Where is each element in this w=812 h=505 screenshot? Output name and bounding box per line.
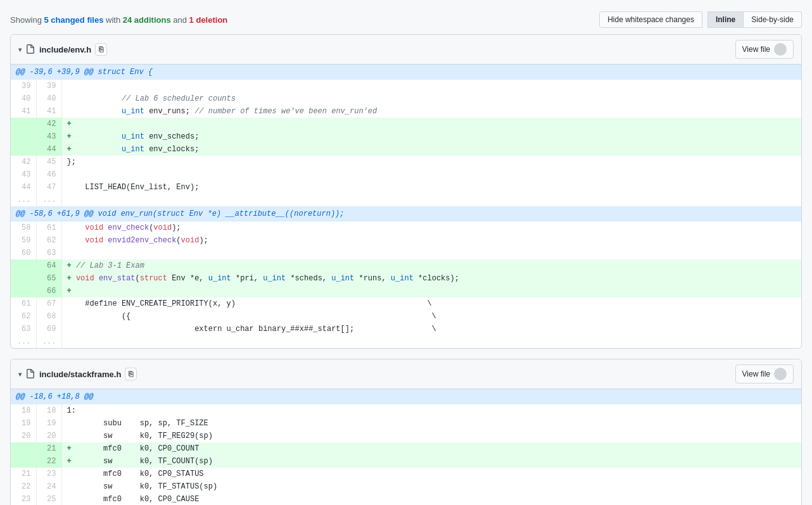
table-row: 42 + bbox=[11, 118, 801, 130]
copy-icon-stackframe-h[interactable]: ⎘ bbox=[125, 368, 137, 380]
additions-count: 24 additions bbox=[123, 15, 171, 25]
view-file-button-env-h[interactable]: View file bbox=[735, 40, 794, 59]
file-name-stackframe-h: include/stackframe.h bbox=[39, 370, 121, 379]
avatar-env-h bbox=[774, 43, 787, 56]
table-row: 65 + void env_stat(struct Env *e, u_int … bbox=[11, 272, 801, 285]
hunk-text-2: @@ -58,6 +61,9 @@ void env_run(struct En… bbox=[11, 206, 801, 221]
and-label: and bbox=[173, 15, 187, 25]
view-controls: Hide whitespace changes Inline Side-by-s… bbox=[599, 11, 802, 28]
hide-whitespace-button[interactable]: Hide whitespace changes bbox=[599, 11, 702, 28]
table-row: 61 67 #define ENV_CREATE_PRIORITY(x, y) … bbox=[11, 297, 801, 310]
table-row: 60 63 bbox=[11, 247, 801, 259]
table-row: 42 45 }; bbox=[11, 156, 801, 168]
table-row: 44 + u_int env_clocks; bbox=[11, 143, 801, 156]
showing-label: Showing bbox=[10, 15, 42, 25]
file-header-left-2: ▾ include/stackframe.h ⎘ bbox=[18, 368, 137, 380]
table-row: 64 + // Lab 3-1 Exam bbox=[11, 259, 801, 272]
table-row-dots: ... ... bbox=[11, 335, 801, 348]
view-file-button-stackframe-h[interactable]: View file bbox=[735, 365, 794, 383]
deletions-count: 1 deletion bbox=[189, 15, 228, 25]
collapse-icon-2[interactable]: ▾ bbox=[18, 371, 22, 378]
diff-table-stackframe-h: @@ -18,6 +18,8 @@ 18 18 1: 19 19 subu sp… bbox=[11, 389, 801, 505]
top-bar: Showing 5 changed files with 24 addition… bbox=[0, 5, 812, 34]
file-header-left: ▾ include/env.h ⎘ bbox=[18, 43, 107, 56]
table-row: 59 62 void envid2env_check(void); bbox=[11, 234, 801, 247]
table-row: 40 40 // Lab 6 scheduler counts bbox=[11, 92, 801, 105]
collapse-icon[interactable]: ▾ bbox=[18, 46, 22, 53]
table-row-dots: ... ... bbox=[11, 194, 801, 206]
avatar-stackframe-h bbox=[774, 368, 787, 380]
table-row: 39 39 bbox=[11, 80, 801, 92]
table-row: 21 23 mfc0 k0, CP0_STATUS bbox=[11, 468, 801, 480]
file-block-env-h: ▾ include/env.h ⎘ View file @@ -39,6 +39… bbox=[10, 34, 802, 349]
diff-summary: Showing 5 changed files with 24 addition… bbox=[10, 15, 227, 25]
file-icon-2 bbox=[25, 369, 35, 379]
table-row: 21 + mfc0 k0, CP0_COUNT bbox=[11, 442, 801, 455]
file-name-env-h: include/env.h bbox=[39, 45, 91, 54]
hunk-header-2: @@ -58,6 +61,9 @@ void env_run(struct En… bbox=[11, 206, 801, 221]
view-file-label-stackframe-h: View file bbox=[742, 370, 770, 378]
table-row: 22 24 sw k0, TF_STATUS(sp) bbox=[11, 480, 801, 493]
file-header-stackframe-h: ▾ include/stackframe.h ⎘ View file bbox=[11, 359, 801, 389]
table-row: 22 + sw k0, TF_COUNT(sp) bbox=[11, 455, 801, 468]
table-row: 19 19 subu sp, sp, TF_SIZE bbox=[11, 417, 801, 430]
view-file-label-env-h: View file bbox=[742, 45, 770, 54]
table-row: 20 20 sw k0, TF_REG29(sp) bbox=[11, 430, 801, 442]
diff-table-env-h: @@ -39,6 +39,9 @@ struct Env { 39 39 40 … bbox=[11, 65, 801, 348]
hunk-header-3: @@ -18,6 +18,8 @@ bbox=[11, 389, 801, 404]
table-row: 66 + bbox=[11, 285, 801, 297]
table-row: 41 41 u_int env_runs; // number of times… bbox=[11, 105, 801, 118]
changed-files-count: 5 changed files bbox=[44, 15, 104, 25]
with-label: with bbox=[106, 15, 120, 25]
file-icon bbox=[25, 44, 35, 54]
side-by-side-button[interactable]: Side-by-side bbox=[744, 11, 802, 28]
table-row: 23 25 mfc0 k0, CP0_CAUSE bbox=[11, 493, 801, 505]
hunk-text-1: @@ -39,6 +39,9 @@ struct Env { bbox=[11, 65, 801, 80]
hunk-text-3: @@ -18,6 +18,8 @@ bbox=[11, 389, 801, 404]
file-header-env-h: ▾ include/env.h ⎘ View file bbox=[11, 35, 801, 65]
file-block-stackframe-h: ▾ include/stackframe.h ⎘ View file @@ -1… bbox=[10, 359, 802, 505]
table-row: 63 69 extern u_char binary_##x##_start[]… bbox=[11, 323, 801, 335]
table-row: 62 68 ({ \ bbox=[11, 310, 801, 323]
copy-icon-env-h[interactable]: ⎘ bbox=[95, 43, 107, 56]
table-row: 43 46 bbox=[11, 168, 801, 181]
hunk-header-1: @@ -39,6 +39,9 @@ struct Env { bbox=[11, 65, 801, 80]
inline-view-button[interactable]: Inline bbox=[707, 11, 744, 28]
table-row: 18 18 1: bbox=[11, 404, 801, 417]
table-row: 44 47 LIST_HEAD(Env_list, Env); bbox=[11, 181, 801, 194]
table-row: 43 + u_int env_scheds; bbox=[11, 130, 801, 143]
table-row: 58 61 void env_check(void); bbox=[11, 221, 801, 234]
